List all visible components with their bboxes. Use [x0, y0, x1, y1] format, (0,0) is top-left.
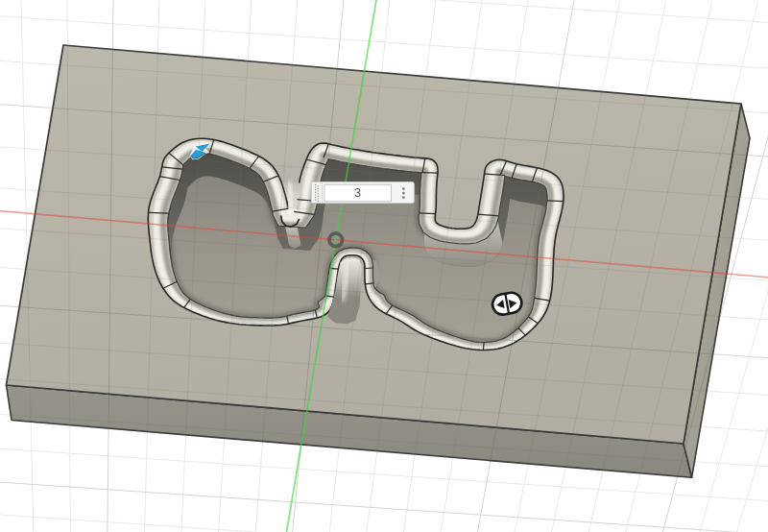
svg-text:3: 3 — [354, 186, 361, 200]
